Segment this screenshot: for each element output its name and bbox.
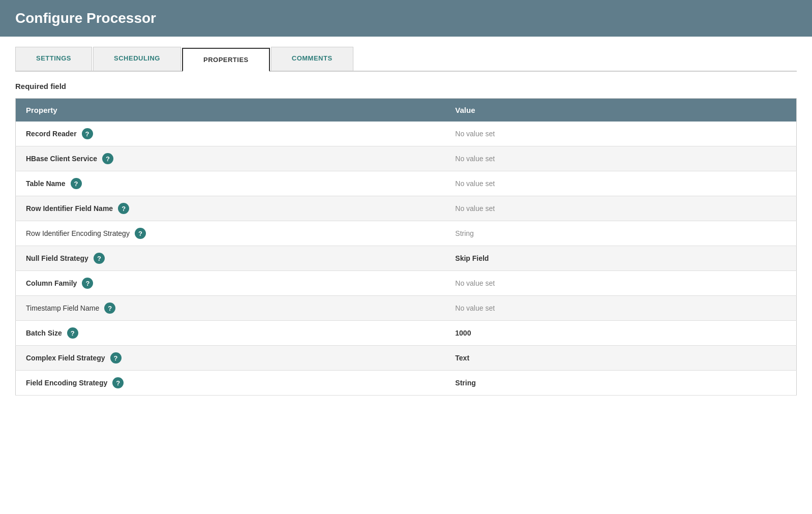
property-cell: Table Name? [16, 171, 445, 196]
property-value: No value set [455, 279, 495, 287]
help-icon[interactable]: ? [67, 327, 78, 339]
property-cell: Batch Size? [16, 321, 445, 346]
help-icon[interactable]: ? [102, 153, 113, 164]
header: Configure Processor [0, 0, 812, 37]
table-row[interactable]: Complex Field Strategy?Text [16, 346, 797, 371]
value-cell[interactable]: No value set [445, 146, 796, 171]
property-value: No value set [455, 155, 495, 163]
required-field-label: Required field [15, 82, 797, 90]
table-row[interactable]: Column Family?No value set [16, 271, 797, 296]
value-cell[interactable]: String [445, 221, 796, 246]
property-value: Skip Field [455, 254, 489, 262]
value-cell[interactable]: 1000 [445, 321, 796, 346]
help-icon[interactable]: ? [112, 377, 124, 388]
property-value: No value set [455, 204, 495, 213]
property-value: String [455, 379, 475, 387]
property-name: Timestamp Field Name? [26, 303, 356, 314]
property-cell: Record Reader? [16, 122, 445, 146]
value-cell[interactable]: Text [445, 346, 796, 371]
value-cell[interactable]: No value set [445, 196, 796, 221]
property-name: Row Identifier Encoding Strategy? [26, 228, 356, 239]
help-icon[interactable]: ? [118, 203, 129, 214]
tab-properties[interactable]: PROPERTIES [182, 48, 270, 72]
property-name: Table Name? [26, 178, 356, 189]
property-name: Record Reader? [26, 128, 356, 139]
value-cell[interactable]: String [445, 371, 796, 396]
help-icon[interactable]: ? [71, 178, 82, 189]
property-cell: Complex Field Strategy? [16, 346, 445, 371]
table-row[interactable]: Table Name?No value set [16, 171, 797, 196]
page-title: Configure Processor [15, 10, 797, 26]
value-cell[interactable]: No value set [445, 171, 796, 196]
tab-scheduling[interactable]: SCHEDULING [93, 47, 181, 71]
table-row[interactable]: Row Identifier Encoding Strategy?String [16, 221, 797, 246]
tab-settings[interactable]: SETTINGS [15, 47, 92, 71]
table-row[interactable]: Row Identifier Field Name?No value set [16, 196, 797, 221]
column-header-property: Property [16, 99, 445, 122]
property-value: Text [455, 354, 469, 362]
property-value: String [455, 229, 474, 237]
property-name: Field Encoding Strategy? [26, 377, 356, 388]
table-row[interactable]: Null Field Strategy?Skip Field [16, 246, 797, 271]
help-icon[interactable]: ? [104, 303, 115, 314]
value-cell[interactable]: No value set [445, 271, 796, 296]
property-name: Batch Size? [26, 327, 356, 339]
property-name: Complex Field Strategy? [26, 352, 356, 364]
column-header-value: Value [445, 99, 796, 122]
property-name: HBase Client Service? [26, 153, 356, 164]
property-cell: HBase Client Service? [16, 146, 445, 171]
property-name: Row Identifier Field Name? [26, 203, 356, 214]
value-cell[interactable]: Skip Field [445, 246, 796, 271]
property-cell: Column Family? [16, 271, 445, 296]
table-row[interactable]: Timestamp Field Name?No value set [16, 296, 797, 321]
property-value: 1000 [455, 329, 471, 337]
property-cell: Row Identifier Encoding Strategy? [16, 221, 445, 246]
main-content: SETTINGS SCHEDULING PROPERTIES COMMENTS … [0, 37, 812, 406]
table-row[interactable]: Field Encoding Strategy?String [16, 371, 797, 396]
help-icon[interactable]: ? [82, 278, 93, 289]
help-icon[interactable]: ? [110, 352, 122, 364]
property-cell: Field Encoding Strategy? [16, 371, 445, 396]
help-icon[interactable]: ? [82, 128, 93, 139]
tab-bar: SETTINGS SCHEDULING PROPERTIES COMMENTS [15, 47, 797, 72]
property-cell: Row Identifier Field Name? [16, 196, 445, 221]
property-cell: Null Field Strategy? [16, 246, 445, 271]
property-cell: Timestamp Field Name? [16, 296, 445, 321]
properties-table: Property Value Record Reader?No value se… [15, 98, 797, 396]
value-cell[interactable]: No value set [445, 296, 796, 321]
property-name: Column Family? [26, 278, 356, 289]
table-row[interactable]: HBase Client Service?No value set [16, 146, 797, 171]
help-icon[interactable]: ? [135, 228, 146, 239]
table-row[interactable]: Batch Size?1000 [16, 321, 797, 346]
property-value: No value set [455, 304, 495, 312]
help-icon[interactable]: ? [94, 253, 105, 264]
property-value: No value set [455, 179, 495, 188]
property-name: Null Field Strategy? [26, 253, 356, 264]
property-value: No value set [455, 130, 495, 138]
table-row[interactable]: Record Reader?No value set [16, 122, 797, 146]
tab-comments[interactable]: COMMENTS [271, 47, 353, 71]
value-cell[interactable]: No value set [445, 122, 796, 146]
